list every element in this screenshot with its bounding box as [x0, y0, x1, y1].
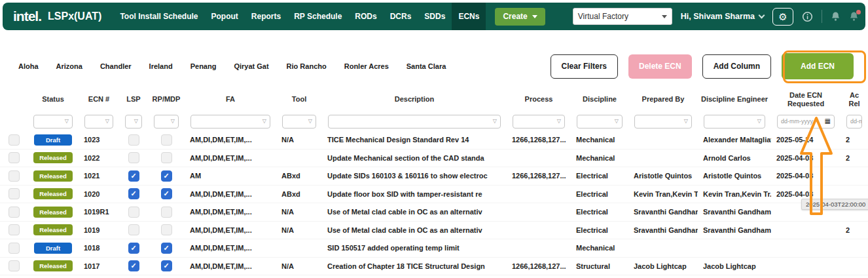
discipline-engineer-cell: [698, 239, 771, 257]
add-ecn-button[interactable]: Add ECN: [782, 53, 854, 79]
date-filter-date-ecn-requested[interactable]: dd-mm-yyyy▦: [777, 115, 835, 129]
filter-cell: ▽: [119, 111, 148, 131]
location-tab-santa-clara[interactable]: Santa Clara: [407, 62, 446, 70]
filter-ecn[interactable]: ▽: [84, 115, 113, 129]
rpmdp-checkbox[interactable]: [161, 134, 172, 146]
lsp-checkbox[interactable]: ✓: [128, 243, 139, 254]
lsp-checkbox[interactable]: [128, 134, 139, 146]
column-header-status[interactable]: Status: [27, 88, 79, 111]
table-row[interactable]: Released 1019 AM,DI,DM,ET,IM,... N/A Use…: [0, 222, 868, 240]
row-select-checkbox[interactable]: [9, 243, 20, 254]
table-row[interactable]: Released 1019R1 AM,DI,DM,ET,IM,... N/A U…: [0, 203, 868, 222]
add-column-button[interactable]: Add Column: [702, 54, 771, 79]
nav-item-rods[interactable]: RODs: [348, 3, 383, 30]
filter-cell: ▽: [628, 111, 698, 131]
nav-item-dcrs[interactable]: DCRs: [384, 3, 418, 30]
location-tab-chandler[interactable]: Chandler: [100, 62, 132, 70]
table-row[interactable]: Released 1021 ✓ ✓ AM ABxd Update SIDs 16…: [0, 167, 868, 186]
user-menu[interactable]: Hi, Shivam Sharma: [681, 12, 764, 21]
column-header-date-ecn-requested[interactable]: Date ECN Requested: [771, 88, 841, 111]
fa-cell: AM,DI,DM,ET,IM,...: [185, 222, 276, 239]
alerts-button[interactable]: [849, 11, 859, 22]
notifications-button[interactable]: [831, 11, 841, 22]
filter-cell: ▽: [276, 111, 322, 131]
prepared-by-cell: Kevin Tran,Kevin Tr...: [628, 186, 698, 203]
location-tab-qiryat-gat[interactable]: Qiryat Gat: [234, 62, 268, 70]
column-header-process[interactable]: Process: [507, 88, 571, 111]
row-select-checkbox[interactable]: [9, 152, 20, 163]
column-header-fa[interactable]: FA: [185, 88, 276, 111]
filter-status[interactable]: ▽: [33, 115, 73, 129]
row-select-checkbox[interactable]: [9, 170, 20, 182]
status-badge: Released: [33, 260, 73, 271]
filter-prepared-by[interactable]: ▽: [634, 115, 692, 129]
location-tab-ireland[interactable]: Ireland: [149, 62, 173, 70]
column-header-ac-rel[interactable]: Ac Rel: [841, 88, 868, 111]
row-select-checkbox[interactable]: [9, 224, 20, 235]
location-tab-arizona[interactable]: Arizona: [56, 62, 82, 70]
nav-item-ecns[interactable]: ECNs: [452, 3, 486, 30]
date-filter-ac-rel[interactable]: dd-mm-yyyy▦: [846, 115, 862, 129]
settings-button[interactable]: ⚙: [772, 8, 793, 26]
column-header-discipline-engineer[interactable]: Discipline Engineer: [698, 88, 771, 111]
filter-discipline-engineer[interactable]: ▽: [704, 115, 765, 129]
rpmdp-checkbox[interactable]: ✓: [161, 170, 172, 182]
lsp-checkbox[interactable]: ✓: [128, 188, 139, 199]
location-tab-penang[interactable]: Penang: [190, 62, 217, 70]
rpmdp-checkbox[interactable]: [161, 207, 172, 218]
location-tab-rio-rancho[interactable]: Rio Rancho: [287, 62, 327, 70]
filter-rp-mdp[interactable]: ▽: [154, 115, 179, 129]
row-select-checkbox[interactable]: [9, 260, 20, 271]
nav-item-sdds[interactable]: SDDs: [418, 3, 452, 30]
create-button[interactable]: Create: [495, 8, 545, 26]
location-tab-ronler-acres[interactable]: Ronler Acres: [344, 62, 389, 70]
clear-filters-button[interactable]: Clear Filters: [551, 54, 618, 79]
nav-item-popout[interactable]: Popout: [205, 3, 245, 30]
column-header-description[interactable]: Description: [322, 88, 507, 111]
rpmdp-checkbox[interactable]: [161, 152, 172, 163]
filter-process[interactable]: ▽: [513, 115, 565, 129]
factory-select[interactable]: Virtual Factory: [573, 8, 672, 25]
lsp-checkbox[interactable]: [128, 224, 139, 235]
location-tab-aloha[interactable]: Aloha: [18, 62, 39, 70]
delete-ecn-button[interactable]: Delete ECN: [628, 54, 692, 79]
tool-cell: [276, 275, 322, 278]
column-header-tool[interactable]: Tool: [276, 88, 322, 111]
fa-cell: AM,DI,DM,ET,IM,...: [185, 239, 276, 257]
rpmdp-checkbox[interactable]: [161, 224, 172, 235]
filter-description[interactable]: ▽: [328, 115, 501, 129]
table-row[interactable]: Released 1017 ✓ ✓ AM,DI,DM,ET,IM,... N/A…: [0, 258, 868, 276]
info-button[interactable]: [802, 11, 813, 22]
filter-cell: ▽: [698, 111, 771, 131]
table-row[interactable]: Draft 1023 AM,DI,DM,ET,IM,... N/A TICE M…: [0, 131, 868, 149]
discipline-cell: Mechanical: [571, 149, 628, 167]
filter-tool[interactable]: ▽: [282, 115, 316, 129]
status-badge: Released: [33, 224, 73, 235]
nav-item-tool-install-schedule[interactable]: Tool Install Schedule: [113, 3, 204, 30]
lsp-checkbox[interactable]: ✓: [128, 260, 139, 271]
column-header-prepared-by[interactable]: Prepared By: [628, 88, 698, 111]
row-select-checkbox[interactable]: [9, 188, 20, 199]
table-row[interactable]: Draft 1018 ✓ ✓ AM,DI,DM,ET,IM,... SID 15…: [0, 239, 868, 258]
rpmdp-checkbox[interactable]: ✓: [161, 260, 172, 271]
column-header-ecn[interactable]: ECN #: [79, 88, 119, 111]
table-row[interactable]: Released ✓ ✓: [0, 275, 868, 278]
filter-discipline[interactable]: ▽: [577, 115, 623, 129]
rpmdp-checkbox[interactable]: ✓: [161, 243, 172, 254]
table-row[interactable]: Released 1020 ✓ ✓ AM,DI,DM,ET,IM,... ABx…: [0, 186, 868, 204]
lsp-checkbox[interactable]: [128, 207, 139, 218]
filter-fa[interactable]: ▽: [190, 115, 270, 129]
column-header-discipline[interactable]: Discipline: [571, 88, 628, 111]
filter-lsp[interactable]: ▽: [125, 115, 142, 129]
lsp-checkbox[interactable]: ✓: [128, 170, 139, 182]
table-row[interactable]: Released 1022 AM,DI,DM,ET,IM,... Update …: [0, 149, 868, 168]
column-header-rp-mdp[interactable]: RP/MDP: [148, 88, 185, 111]
row-select-checkbox[interactable]: [9, 207, 20, 218]
app-title: LSPx(UAT): [48, 10, 101, 22]
column-header-lsp[interactable]: LSP: [119, 88, 148, 111]
nav-item-reports[interactable]: Reports: [245, 3, 287, 30]
row-select-checkbox[interactable]: [9, 134, 20, 146]
nav-item-rp-schedule[interactable]: RP Schedule: [287, 3, 348, 30]
lsp-checkbox[interactable]: [128, 152, 139, 163]
rpmdp-checkbox[interactable]: ✓: [161, 188, 172, 199]
